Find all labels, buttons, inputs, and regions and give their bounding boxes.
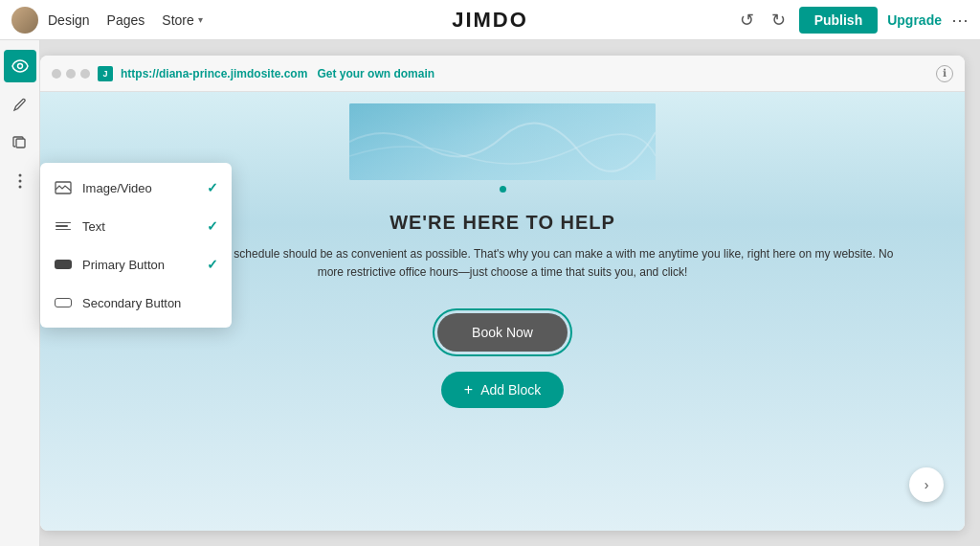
- text-icon: [54, 216, 73, 236]
- add-block-wrapper: + Add Block: [40, 372, 965, 408]
- browser-dot-1: [52, 69, 61, 79]
- image-video-icon: [54, 178, 73, 197]
- secondary-button-icon: [54, 293, 73, 312]
- svg-point-4: [18, 186, 21, 189]
- nav-logo: JIMDO: [452, 8, 528, 33]
- more-button[interactable]: ⋯: [951, 10, 969, 31]
- plus-icon: +: [464, 381, 473, 398]
- sidebar-icon-copy[interactable]: [4, 126, 36, 159]
- avatar[interactable]: [11, 7, 38, 34]
- dropdown-label-primary-button: Primary Button: [82, 258, 197, 272]
- publish-button[interactable]: Publish: [799, 7, 879, 34]
- site-hero-image: [349, 103, 656, 180]
- book-now-selection: Book Now: [433, 308, 572, 356]
- book-now-button[interactable]: Book Now: [437, 313, 568, 352]
- redo-button[interactable]: ↻: [768, 6, 790, 34]
- browser-bar: J https://diana-prince.jimdosite.com Get…: [40, 56, 965, 92]
- nav-pages[interactable]: Pages: [107, 12, 145, 28]
- dropdown-item-text[interactable]: Text ✓: [40, 207, 232, 245]
- svg-rect-6: [349, 103, 656, 180]
- sidebar-icon-more[interactable]: [4, 165, 36, 197]
- undo-button[interactable]: ↺: [736, 6, 758, 34]
- dropdown-check-primary-button: ✓: [207, 257, 218, 272]
- browser-favicon: J: [98, 66, 113, 81]
- nav-right-actions: ↺ ↻ Publish Upgrade ⋯: [736, 6, 969, 34]
- svg-point-0: [17, 64, 22, 69]
- svg-point-2: [18, 174, 21, 177]
- browser-url: https://diana-prince.jimdosite.com Get y…: [121, 67, 434, 80]
- nav-design[interactable]: Design: [48, 12, 90, 28]
- sidebar-icon-pen[interactable]: [4, 88, 36, 121]
- top-nav: Design Pages Store ▾ JIMDO ↺ ↻ Publish U…: [0, 0, 980, 40]
- main-area: Image/Video ✓ Text ✓ Primary Button ✓: [0, 40, 980, 546]
- svg-point-3: [18, 180, 21, 183]
- dropdown-item-primary-button[interactable]: Primary Button ✓: [40, 245, 232, 284]
- left-sidebar: [0, 40, 40, 546]
- dropdown-check-image-video: ✓: [207, 180, 218, 195]
- dropdown-label-text: Text: [82, 219, 197, 234]
- store-chevron-icon: ▾: [198, 14, 203, 25]
- nav-links: Design Pages Store ▾: [48, 12, 203, 28]
- nav-store[interactable]: Store ▾: [162, 12, 202, 28]
- browser-dot-2: [66, 69, 76, 79]
- get-own-domain-link[interactable]: Get your own domain: [317, 67, 434, 80]
- browser-dots: [52, 69, 90, 79]
- info-icon[interactable]: ℹ: [936, 65, 953, 82]
- sidebar-icon-eye[interactable]: [4, 50, 36, 82]
- carousel-dot-active[interactable]: [500, 186, 506, 193]
- add-block-button[interactable]: + Add Block: [441, 372, 564, 408]
- svg-rect-1: [16, 139, 25, 148]
- dropdown-check-text: ✓: [207, 218, 218, 234]
- upgrade-link[interactable]: Upgrade: [887, 12, 942, 28]
- dropdown-item-secondary-button[interactable]: Secondary Button: [40, 284, 232, 322]
- primary-button-icon: [54, 255, 73, 274]
- next-arrow-button[interactable]: ›: [909, 467, 944, 502]
- browser-dot-3: [80, 69, 90, 79]
- dropdown-menu: Image/Video ✓ Text ✓ Primary Button ✓: [40, 163, 232, 328]
- dropdown-label-secondary-button: Secondary Button: [82, 296, 218, 310]
- dropdown-item-image-video[interactable]: Image/Video ✓: [40, 169, 232, 207]
- dropdown-label-image-video: Image/Video: [82, 181, 197, 195]
